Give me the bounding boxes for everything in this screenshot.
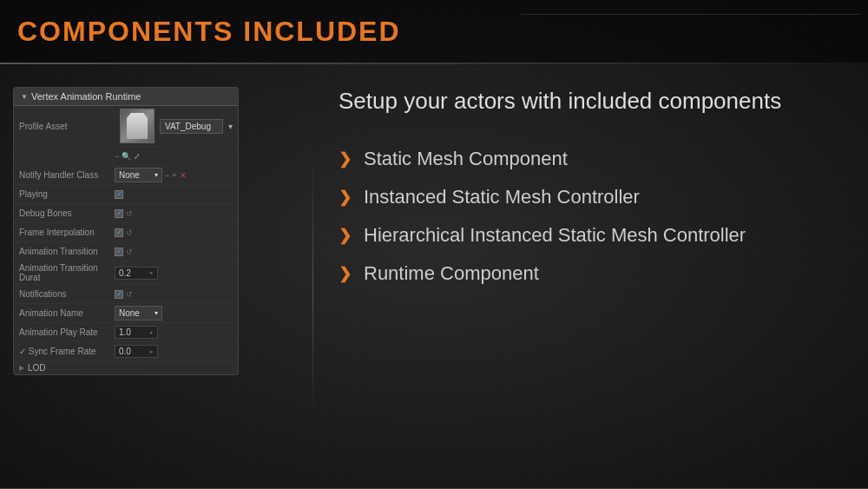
sync-frame-label: ✓ Sync Frame Rate bbox=[19, 347, 115, 356]
playing-value: ✓ bbox=[115, 190, 233, 199]
component-label-0: Static Mesh Component bbox=[364, 148, 568, 170]
asset-dropdown-arrow[interactable]: ▾ bbox=[228, 122, 233, 131]
component-label-2: Hierarchical Instanced Static Mesh Contr… bbox=[364, 224, 746, 247]
notify-handler-dropdown[interactable]: None bbox=[115, 168, 162, 182]
debug-bones-checkbox[interactable]: ✓ bbox=[115, 209, 123, 218]
chevron-icon-2: ❯ bbox=[339, 226, 352, 245]
anim-name-dropdown[interactable]: None bbox=[115, 306, 162, 320]
anim-name-row: Animation Name None bbox=[14, 304, 238, 323]
chevron-icon-3: ❯ bbox=[339, 264, 352, 283]
anim-play-rate-label: Animation Play Rate bbox=[19, 327, 115, 337]
panel-divider bbox=[312, 156, 313, 417]
component-item-2: ❯ Hierarchical Instanced Static Mesh Con… bbox=[339, 224, 842, 247]
debug-bones-value: ✓ ↺ bbox=[115, 209, 233, 218]
playing-label: Playing bbox=[19, 189, 115, 199]
asset-thumbnail bbox=[120, 109, 155, 143]
frame-interp-reset[interactable]: ↺ bbox=[126, 228, 133, 237]
anim-name-label: Animation Name bbox=[19, 308, 115, 318]
notify-minus-icon[interactable]: − bbox=[165, 171, 169, 180]
minus-icon[interactable]: − bbox=[115, 152, 119, 161]
toolbar-icons: − 🔍 ⤢ bbox=[115, 152, 141, 161]
expand-icon[interactable]: ⤢ bbox=[134, 152, 141, 161]
playing-checkbox[interactable]: ✓ bbox=[115, 190, 123, 199]
notifications-row: Notifications ✓ ↺ bbox=[14, 285, 238, 304]
chevron-icon-0: ❯ bbox=[339, 149, 352, 169]
main-content: Vertex Animation Runtime Profile Asset V… bbox=[0, 78, 868, 489]
section-title: Setup your actors with included componen… bbox=[339, 87, 842, 116]
search-icon[interactable]: 🔍 bbox=[122, 152, 131, 161]
sync-frame-value: 0.0 ▸ bbox=[115, 345, 233, 358]
notify-handler-row: Notify Handler Class None − + ✕ bbox=[14, 166, 238, 185]
lod-label: LOD bbox=[28, 363, 46, 373]
anim-trans-label: Animation Transition bbox=[19, 247, 115, 256]
component-label-3: Runtime Component bbox=[364, 262, 539, 285]
thumbnail-icon bbox=[127, 113, 148, 139]
debug-bones-row: Debug Bones ✓ ↺ bbox=[14, 204, 238, 223]
sync-frame-row: ✓ Sync Frame Rate 0.0 ▸ bbox=[14, 342, 238, 361]
anim-trans-value: ✓ ↺ bbox=[115, 248, 233, 256]
frame-interp-checkbox[interactable]: ✓ bbox=[115, 228, 123, 237]
sync-frame-input[interactable]: 0.0 ▸ bbox=[115, 345, 158, 358]
profile-asset-label: Profile Asset bbox=[19, 122, 115, 131]
notify-icons: − + ✕ bbox=[165, 171, 187, 180]
right-panel: Setup your actors with included componen… bbox=[312, 78, 868, 489]
lod-expand-arrow[interactable]: ▶ bbox=[19, 364, 24, 372]
notifications-checkbox[interactable]: ✓ bbox=[115, 290, 123, 299]
ue-inspector-panel: Vertex Animation Runtime Profile Asset V… bbox=[13, 87, 239, 375]
notifications-reset[interactable]: ↺ bbox=[126, 290, 133, 299]
ue-panel-title: Vertex Animation Runtime bbox=[31, 91, 141, 102]
component-item-1: ❯ Instanced Static Mesh Controller bbox=[339, 186, 842, 208]
component-list: ❯ Static Mesh Component ❯ Instanced Stat… bbox=[339, 148, 842, 285]
frame-interp-value: ✓ ↺ bbox=[115, 228, 233, 237]
notify-plus-icon[interactable]: + bbox=[172, 171, 176, 180]
component-label-1: Instanced Static Mesh Controller bbox=[364, 186, 640, 208]
asset-name-field[interactable]: VAT_Debug bbox=[160, 119, 223, 134]
anim-trans-dur-input[interactable]: 0.2 ▸ bbox=[115, 267, 158, 280]
notifications-label: Notifications bbox=[19, 289, 115, 299]
notify-handler-label: Notify Handler Class bbox=[19, 170, 115, 180]
debug-bones-reset[interactable]: ↺ bbox=[126, 209, 133, 218]
chevron-icon-1: ❯ bbox=[339, 188, 352, 207]
notify-close-icon[interactable]: ✕ bbox=[180, 171, 187, 180]
frame-interp-label: Frame Interpolation bbox=[19, 228, 115, 237]
anim-play-rate-value: 1.0 ▸ bbox=[115, 326, 233, 339]
profile-asset-row: Profile Asset VAT_Debug ▾ bbox=[14, 106, 238, 147]
debug-bones-label: Debug Bones bbox=[19, 208, 115, 218]
anim-trans-reset[interactable]: ↺ bbox=[126, 248, 133, 256]
page-title: COMPONENTS INCLUDED bbox=[17, 16, 401, 48]
notifications-value: ✓ ↺ bbox=[115, 290, 233, 299]
anim-trans-dur-value: 0.2 ▸ bbox=[115, 267, 233, 280]
frame-interp-row: Frame Interpolation ✓ ↺ bbox=[14, 223, 238, 242]
anim-trans-row: Animation Transition ✓ ↺ bbox=[14, 242, 238, 261]
ue-panel-container: Vertex Animation Runtime Profile Asset V… bbox=[0, 78, 312, 489]
header-divider bbox=[0, 63, 868, 64]
anim-play-rate-row: Animation Play Rate 1.0 ▸ bbox=[14, 323, 238, 342]
lod-row: ▶ LOD bbox=[14, 361, 238, 374]
anim-trans-checkbox[interactable]: ✓ bbox=[115, 248, 123, 256]
ue-panel-header: Vertex Animation Runtime bbox=[14, 88, 238, 106]
anim-trans-dur-label: Animation Transition Durat bbox=[19, 263, 115, 282]
header-bar: COMPONENTS INCLUDED bbox=[0, 0, 868, 63]
component-item-3: ❯ Runtime Component bbox=[339, 262, 842, 285]
anim-trans-dur-row: Animation Transition Durat 0.2 ▸ bbox=[14, 261, 238, 285]
anim-play-rate-input[interactable]: 1.0 ▸ bbox=[115, 326, 158, 339]
toolbar-icons-row: − 🔍 ⤢ bbox=[14, 147, 238, 166]
playing-row: Playing ✓ bbox=[14, 185, 238, 204]
component-item-0: ❯ Static Mesh Component bbox=[339, 148, 842, 170]
